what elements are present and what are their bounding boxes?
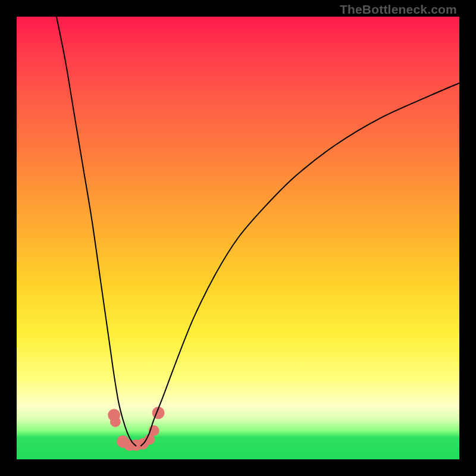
watermark-text: TheBottleneck.com	[340, 2, 457, 17]
chart-frame	[17, 17, 459, 459]
valley-marker	[110, 416, 121, 427]
curve-left-branch	[57, 17, 136, 446]
curve-right-branch	[140, 83, 459, 446]
chart-svg	[17, 17, 459, 459]
